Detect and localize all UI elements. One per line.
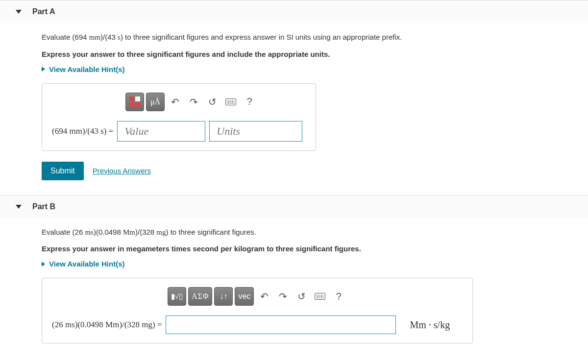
part-b-title: Part B (32, 202, 55, 211)
expression-a: (694 mm)/(43 s) = (52, 126, 113, 136)
chevron-right-icon (42, 262, 45, 267)
reset-button[interactable]: ↺ (204, 93, 220, 111)
answer-box-a: μÅ ↶ ↷ ↺ ? (694 mm)/(43 s) = (42, 83, 316, 151)
part-a-body: Evaluate (694 mm)/(43 s) to three signif… (0, 23, 588, 195)
help-button[interactable]: ? (241, 93, 258, 111)
vector-button[interactable]: vec (235, 287, 254, 306)
templates-icon (129, 97, 140, 107)
fraction-root-icon: ▮√▯ (171, 292, 183, 301)
symbols-button[interactable]: ΑΣΦ (188, 287, 213, 306)
value-input[interactable] (117, 121, 205, 142)
templates-button[interactable] (125, 93, 144, 111)
part-a: Part A Evaluate (694 mm)/(43 s) to three… (0, 0, 588, 195)
part-a-instruction: Express your answer to three significant… (42, 50, 578, 58)
chevron-right-icon (42, 67, 45, 72)
part-b-prompt: Evaluate (26 ms)(0.0498 Mm)/(328 mg) to … (42, 227, 578, 238)
actions-a: Submit Previous Answers (42, 162, 578, 180)
part-b-instruction: Express your answer in megameters times … (42, 244, 578, 253)
part-a-prompt: Evaluate (694 mm)/(43 s) to three signif… (42, 32, 578, 43)
answer-input-b[interactable] (166, 315, 396, 334)
keyboard-button-b[interactable] (312, 287, 328, 306)
unit-suffix: Mm · s/kg (410, 319, 450, 331)
answer-box-b: ▮√▯ ΑΣΦ ↓↑ vec ↶ ↷ ↺ ? (26 ms)(0.0498 Mm… (42, 278, 473, 343)
keyboard-icon (315, 293, 325, 300)
units-symbols-button[interactable]: μÅ (146, 93, 165, 111)
hints-label: View Available Hint(s) (49, 65, 125, 73)
subscript-superscript-button[interactable]: ↓↑ (214, 287, 233, 306)
submit-button[interactable]: Submit (42, 162, 84, 180)
toolbar-a: μÅ ↶ ↷ ↺ ? (52, 93, 306, 111)
hints-label-b: View Available Hint(s) (49, 260, 125, 268)
expression-b: (26 ms)(0.0498 Mm)/(328 mg) = (52, 320, 162, 330)
keyboard-icon (225, 98, 236, 105)
help-button-b[interactable]: ? (330, 287, 347, 306)
keyboard-button[interactable] (222, 93, 239, 111)
chevron-down-icon (16, 205, 22, 209)
view-hints-link[interactable]: View Available Hint(s) (42, 65, 578, 73)
redo-button-b[interactable]: ↷ (274, 287, 291, 306)
previous-answers-link[interactable]: Previous Answers (93, 167, 151, 175)
part-b-body: Evaluate (26 ms)(0.0498 Mm)/(328 mg) to … (0, 218, 588, 359)
part-b-header[interactable]: Part B (0, 195, 588, 218)
reset-button-b[interactable]: ↺ (293, 287, 310, 306)
undo-button[interactable]: ↶ (167, 93, 183, 111)
view-hints-link-b[interactable]: View Available Hint(s) (42, 260, 578, 268)
redo-button[interactable]: ↷ (185, 93, 202, 111)
part-a-header[interactable]: Part A (0, 0, 588, 23)
undo-button-b[interactable]: ↶ (256, 287, 272, 306)
answer-row-a: (694 mm)/(43 s) = (52, 121, 306, 142)
chevron-down-icon (16, 10, 22, 14)
templates-button-b[interactable]: ▮√▯ (168, 287, 186, 306)
part-b: Part B Evaluate (26 ms)(0.0498 Mm)/(328 … (0, 195, 588, 359)
toolbar-b: ▮√▯ ΑΣΦ ↓↑ vec ↶ ↷ ↺ ? (52, 287, 463, 306)
units-input[interactable] (209, 121, 302, 142)
answer-row-b: (26 ms)(0.0498 Mm)/(328 mg) = Mm · s/kg (52, 315, 463, 334)
part-a-title: Part A (32, 7, 55, 16)
